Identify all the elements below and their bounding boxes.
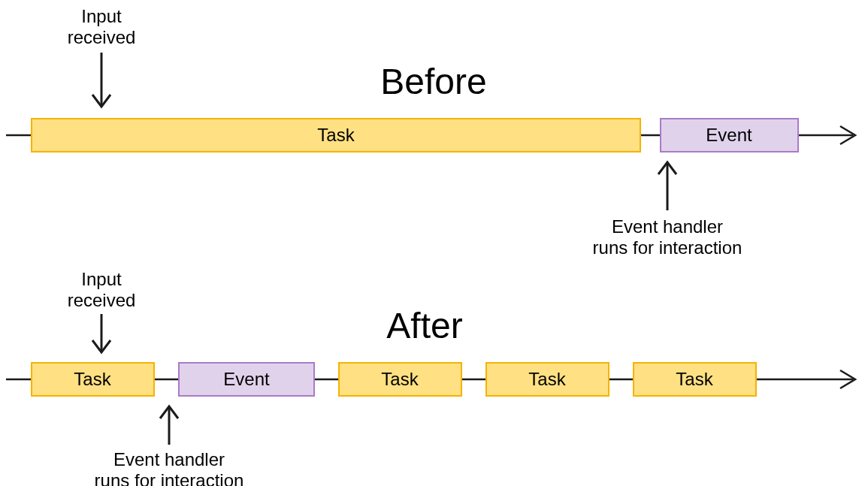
after-task1-block: Task: [32, 363, 154, 396]
after-handler-line1: Event handler: [113, 449, 225, 469]
after-title: After: [386, 306, 462, 346]
after-task3-block: Task: [486, 363, 609, 396]
after-task2-label: Task: [381, 369, 419, 389]
before-handler-line1: Event handler: [612, 216, 723, 237]
before-input-line2: received: [68, 27, 136, 47]
after-handler-annotation: Event handler runs for interaction: [95, 406, 244, 486]
before-input-annotation: Input received: [68, 6, 136, 107]
before-handler-annotation: Event handler runs for interaction: [593, 162, 742, 258]
arrow-up-icon: [658, 162, 676, 210]
after-input-annotation: Input received: [68, 269, 136, 352]
after-task4-label: Task: [676, 369, 713, 389]
after-handler-line2: runs for interaction: [95, 470, 244, 486]
after-task2-block: Task: [339, 363, 461, 396]
after-task1-label: Task: [74, 369, 111, 389]
before-title: Before: [380, 62, 486, 101]
before-event-block: Event: [661, 119, 798, 152]
arrow-down-icon: [92, 53, 110, 107]
after-input-line2: received: [68, 290, 136, 310]
after-event-label: Event: [223, 369, 270, 389]
before-input-line1: Input: [81, 6, 122, 26]
after-task3-label: Task: [528, 369, 566, 389]
arrow-down-icon: [92, 314, 110, 352]
before-task-label: Task: [317, 125, 355, 145]
after-section: After Task Event Task Ta: [6, 269, 855, 486]
arrow-up-icon: [160, 406, 178, 445]
before-task-block: Task: [32, 119, 640, 152]
after-event-block: Event: [179, 363, 314, 396]
before-section: Before Task Event Input received: [6, 6, 855, 258]
before-handler-line2: runs for interaction: [593, 237, 742, 258]
after-input-line1: Input: [81, 269, 122, 289]
after-task4-block: Task: [634, 363, 756, 396]
diagram-root: Before Task Event Input received: [0, 0, 868, 486]
before-event-label: Event: [706, 125, 752, 145]
